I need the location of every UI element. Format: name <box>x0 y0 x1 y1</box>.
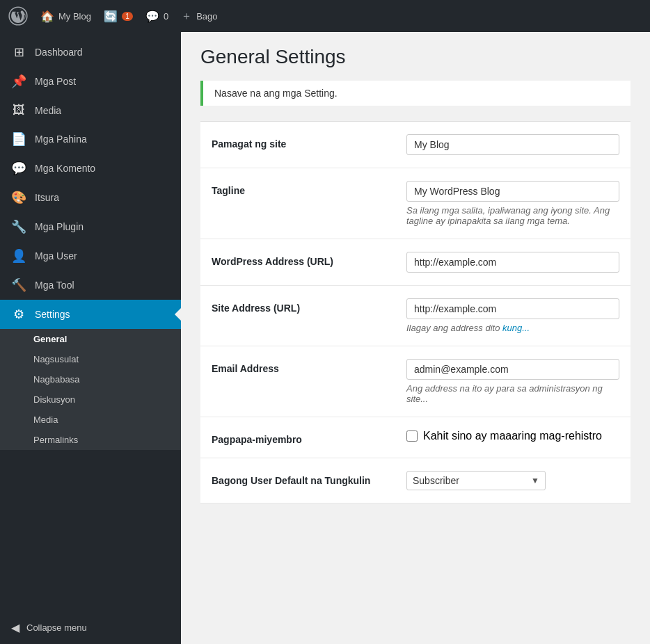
label-site-title: Pamagat ng site <box>212 134 393 150</box>
control-site-title <box>406 134 619 155</box>
settings-row-site-address: Site Address (URL) Ilagay ang address di… <box>200 286 631 346</box>
collapse-icon: ◀ <box>11 621 19 634</box>
control-email: Ang address na ito ay para sa administra… <box>406 359 619 404</box>
new-label: Bago <box>196 11 217 22</box>
sidebar-item-mga-user[interactable]: 👤 Mga User <box>0 241 181 271</box>
sidebar-item-mga-plugin[interactable]: 🔧 Mga Plugin <box>0 212 181 241</box>
control-default-role: Subscriber Contributor Author Editor Adm… <box>406 471 619 490</box>
control-site-address: Ilagay ang address dito kung... <box>406 298 619 333</box>
membership-label: Kahit sino ay maaaring mag-rehistro <box>423 430 602 442</box>
submenu-label-nagbabasa: Nagbabasa <box>0 369 181 389</box>
collapse-label: Collapse menu <box>26 622 87 633</box>
settings-submenu: General Nagsusulat Nagbabasa Diskusyon M… <box>0 329 181 450</box>
comment-count: 0 <box>164 11 168 22</box>
sidebar: ⊞ Dashboard 📌 Mga Post 🖼 Media 📄 <box>0 32 181 644</box>
content-area: General Settings Nasave na ang mga Setti… <box>181 32 650 644</box>
sidebar-label-mga-pahina: Mga Pahina <box>35 134 87 145</box>
control-tagline: Sa ilang mga salita, ipaliwanag ang iyon… <box>406 181 619 226</box>
submenu-label-media: Media <box>0 410 181 430</box>
success-notice: Nasave na ang mga Setting. <box>200 81 631 106</box>
label-wp-address: WordPress Address (URL) <box>212 252 393 267</box>
comments-link[interactable]: 💬 0 <box>145 10 168 23</box>
blog-name: My Blog <box>58 11 91 22</box>
sidebar-item-itsura[interactable]: 🎨 Itsura <box>0 183 181 212</box>
email-description: Ang address na ito ay para sa administra… <box>406 383 619 404</box>
plugin-icon: 🔧 <box>11 219 26 234</box>
dashboard-icon: ⊞ <box>11 45 26 60</box>
settings-table: Pamagat ng site Tagline Sa ilang mga sal… <box>200 121 631 504</box>
input-site-address[interactable] <box>406 298 619 319</box>
sidebar-item-mga-pahina[interactable]: 📄 Mga Pahina <box>0 124 181 154</box>
sidebar-menu: ⊞ Dashboard 📌 Mga Post 🖼 Media 📄 <box>0 32 181 329</box>
sidebar-item-mga-post[interactable]: 📌 Mga Post <box>0 67 181 96</box>
admin-bar: 🏠 My Blog 🔄 1 💬 0 ＋ Bago <box>0 0 650 32</box>
sidebar-item-media[interactable]: 🖼 Media <box>0 96 181 124</box>
active-arrow <box>175 307 181 321</box>
update-count: 1 <box>122 12 133 21</box>
site-address-link[interactable]: kung... <box>502 323 530 333</box>
label-membership: Pagpapa-miyembro <box>212 430 393 445</box>
sidebar-label-mga-komento: Mga Komento <box>35 163 95 174</box>
post-icon: 📌 <box>11 74 26 89</box>
settings-row-membership: Pagpapa-miyembro Kahit sino ay maaaring … <box>200 417 631 458</box>
sidebar-item-mga-tool[interactable]: 🔨 Mga Tool <box>0 271 181 300</box>
tagline-description: Sa ilang mga salita, ipaliwanag ang iyon… <box>406 205 619 226</box>
control-membership: Kahit sino ay maaaring mag-rehistro <box>406 430 619 442</box>
settings-row-email: Email Address Ang address na ito ay para… <box>200 346 631 417</box>
sidebar-item-mga-komento[interactable]: 💬 Mga Komento <box>0 154 181 183</box>
pahina-icon: 📄 <box>11 131 26 147</box>
site-address-description: Ilagay ang address dito kung... <box>406 323 619 333</box>
submenu-item-nagsusulat[interactable]: Nagsusulat <box>0 349 181 369</box>
input-email[interactable] <box>406 359 619 380</box>
control-wp-address <box>406 252 619 273</box>
sidebar-label-mga-user: Mga User <box>35 250 77 261</box>
settings-row-site-title: Pamagat ng site <box>200 122 631 168</box>
main-layout: ⊞ Dashboard 📌 Mga Post 🖼 Media 📄 <box>0 32 650 644</box>
submenu-item-diskusyon[interactable]: Diskusyon <box>0 389 181 410</box>
sidebar-label-dashboard: Dashboard <box>35 47 83 58</box>
new-content-link[interactable]: ＋ Bago <box>181 9 217 24</box>
submenu-item-general[interactable]: General <box>0 329 181 349</box>
default-role-select[interactable]: Subscriber Contributor Author Editor Adm… <box>413 475 528 486</box>
submenu-item-media[interactable]: Media <box>0 410 181 430</box>
input-tagline[interactable] <box>406 181 619 202</box>
updates-icon: 🔄 <box>104 10 118 23</box>
wp-logo-button[interactable] <box>8 6 28 26</box>
submenu-label-permalinks: Permalinks <box>0 430 181 450</box>
submenu-label-diskusyon: Diskusyon <box>0 389 181 410</box>
membership-checkbox-row: Kahit sino ay maaaring mag-rehistro <box>406 430 619 442</box>
comments-icon: 💬 <box>145 10 159 23</box>
sidebar-label-settings: Settings <box>35 309 70 320</box>
submenu-label-general: General <box>0 329 181 349</box>
sidebar-label-itsura: Itsura <box>35 192 59 203</box>
label-default-role: Bagong User Default na Tungkulin <box>212 471 393 486</box>
membership-checkbox[interactable] <box>406 430 418 442</box>
input-wp-address[interactable] <box>406 252 619 273</box>
tool-icon: 🔨 <box>11 277 26 293</box>
sidebar-label-mga-post: Mga Post <box>35 76 76 87</box>
submenu-item-permalinks[interactable]: Permalinks <box>0 430 181 450</box>
settings-row-default-role: Bagong User Default na Tungkulin Subscri… <box>200 458 631 504</box>
updates-link[interactable]: 🔄 1 <box>104 10 133 23</box>
plus-icon: ＋ <box>181 9 192 24</box>
itsura-icon: 🎨 <box>11 190 26 205</box>
sidebar-item-settings[interactable]: ⚙ Settings <box>0 300 181 329</box>
settings-row-tagline: Tagline Sa ilang mga salita, ipaliwanag … <box>200 168 631 239</box>
komento-icon: 💬 <box>11 161 26 176</box>
home-icon: 🏠 <box>40 10 54 23</box>
my-blog-link[interactable]: 🏠 My Blog <box>40 10 91 23</box>
collapse-menu-button[interactable]: ◀ Collapse menu <box>0 611 181 644</box>
sidebar-label-mga-plugin: Mga Plugin <box>35 221 84 232</box>
settings-row-wp-address: WordPress Address (URL) <box>200 239 631 286</box>
input-site-title[interactable] <box>406 134 619 155</box>
submenu-item-nagbabasa[interactable]: Nagbabasa <box>0 369 181 389</box>
sidebar-item-dashboard[interactable]: ⊞ Dashboard <box>0 38 181 67</box>
page-title: General Settings <box>200 46 631 68</box>
settings-icon: ⚙ <box>11 307 26 322</box>
notice-text: Nasave na ang mga Setting. <box>214 88 338 99</box>
sidebar-label-mga-tool: Mga Tool <box>35 280 74 291</box>
submenu-label-nagsusulat: Nagsusulat <box>0 349 181 369</box>
label-tagline: Tagline <box>212 181 393 196</box>
label-site-address: Site Address (URL) <box>212 298 393 314</box>
media-icon: 🖼 <box>11 103 26 118</box>
